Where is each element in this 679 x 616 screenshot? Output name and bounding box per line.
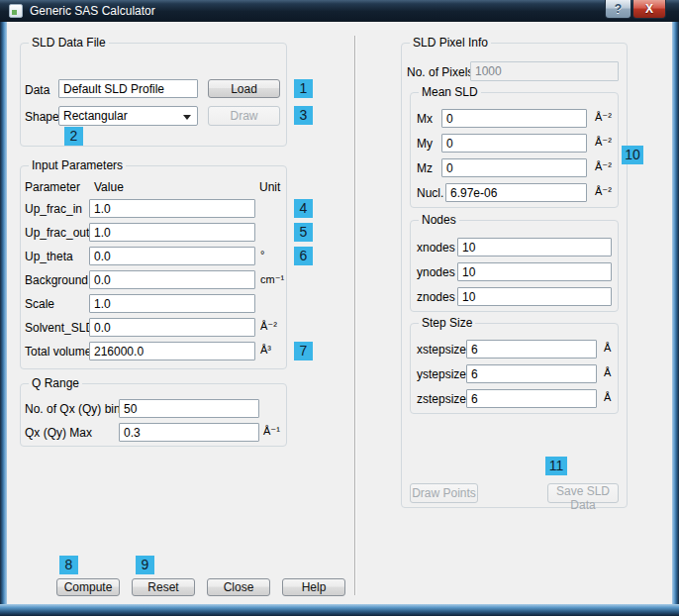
data-file-input[interactable]: [58, 79, 198, 98]
q-bins-label: No. of Qx (Qy) bins: [25, 402, 127, 416]
my-label: My: [417, 137, 433, 151]
som-badge-6: 6: [294, 247, 313, 265]
no-of-pixels-label: No. of Pixels: [407, 65, 473, 79]
ynodes-input[interactable]: [457, 262, 612, 281]
q-max-unit: Å⁻¹: [263, 424, 280, 438]
load-button[interactable]: Load: [208, 79, 280, 98]
param-input-scale[interactable]: [89, 294, 255, 313]
group-title-step-size: Step Size: [419, 316, 475, 330]
window-title: Generic SAS Calculator: [30, 4, 155, 18]
xstepsize-input[interactable]: [466, 340, 597, 359]
som-badge-7: 7: [294, 342, 313, 360]
title-bar[interactable]: Generic SAS Calculator ? X: [0, 0, 679, 22]
panel-separator: [354, 36, 356, 595]
my-unit: Å⁻²: [595, 135, 612, 149]
titlebar-close-button[interactable]: X: [632, 0, 666, 19]
reset-button[interactable]: Reset: [132, 578, 195, 596]
som-badge-10: 10: [622, 146, 643, 164]
param-label-background: Background: [25, 273, 88, 287]
group-title-nodes: Nodes: [419, 213, 459, 227]
shape-select[interactable]: Rectangular: [58, 106, 198, 126]
shape-selected-value: Rectangular: [63, 109, 128, 123]
som-badge-8: 8: [59, 556, 78, 574]
param-input-solvent-sld[interactable]: [89, 318, 255, 337]
group-input-parameters: Input Parameters: [20, 165, 287, 369]
param-label-up-frac-out: Up_frac_out: [25, 226, 89, 240]
param-label-total-volume: Total volume: [25, 345, 91, 359]
save-sld-data-button[interactable]: Save SLD Data: [547, 483, 619, 503]
param-label-up-theta: Up_theta: [25, 250, 73, 263]
column-header-parameter: Parameter: [25, 180, 80, 194]
nucl-input[interactable]: [445, 183, 587, 202]
param-input-total-volume[interactable]: [89, 342, 255, 360]
window-border-left: [0, 22, 7, 604]
som-badge-2: 2: [64, 127, 83, 146]
mx-input[interactable]: [441, 109, 587, 128]
xnodes-input[interactable]: [457, 238, 612, 257]
som-badge-1: 1: [294, 79, 313, 98]
titlebar-help-button[interactable]: ?: [605, 0, 631, 19]
xstepsize-unit: Å: [604, 341, 611, 355]
group-title-mean-sld: Mean SLD: [419, 85, 481, 99]
group-title-input-parameters: Input Parameters: [29, 158, 126, 172]
som-badge-4: 4: [294, 199, 313, 218]
som-badge-5: 5: [294, 223, 313, 242]
param-label-solvent-sld: Solvent_SLD: [25, 321, 94, 335]
param-unit-up-theta: °: [260, 248, 264, 261]
column-header-unit: Unit: [259, 180, 280, 194]
param-unit-total-volume: Å³: [260, 343, 271, 357]
zstepsize-unit: Å: [604, 390, 611, 404]
mx-label: Mx: [417, 112, 433, 126]
param-input-up-theta[interactable]: [89, 247, 255, 265]
ynodes-label: ynodes: [417, 265, 455, 279]
group-title-sld-data-file: SLD Data File: [29, 36, 109, 50]
group-title-sld-pixel-info: SLD Pixel Info: [410, 36, 491, 50]
ystepsize-input[interactable]: [466, 364, 597, 383]
compute-button[interactable]: Compute: [56, 578, 120, 596]
mz-input[interactable]: [441, 158, 587, 177]
draw-points-button[interactable]: Draw Points: [410, 483, 478, 503]
param-unit-solvent-sld: Å⁻²: [260, 319, 277, 333]
param-input-background[interactable]: [89, 270, 255, 289]
q-max-label: Qx (Qy) Max: [25, 426, 92, 440]
som-badge-9: 9: [136, 556, 154, 574]
nucl-unit: Å⁻²: [595, 184, 612, 198]
my-input[interactable]: [441, 134, 587, 153]
ystepsize-label: ystepsize: [417, 367, 466, 381]
znodes-label: znodes: [417, 290, 455, 304]
param-label-scale: Scale: [25, 297, 54, 311]
som-badge-11: 11: [545, 457, 567, 475]
nucl-label: Nucl.: [417, 186, 443, 200]
draw-button[interactable]: Draw: [208, 106, 280, 126]
xnodes-label: xnodes: [417, 241, 455, 255]
close-button[interactable]: Close: [207, 578, 270, 596]
group-title-q-range: Q Range: [29, 376, 82, 390]
ystepsize-unit: Å: [604, 365, 611, 379]
app-icon: [9, 4, 23, 18]
window-border-bottom: [0, 604, 679, 616]
no-of-pixels-input: [470, 61, 619, 81]
data-label: Data: [25, 83, 49, 97]
window-border-right: [672, 22, 679, 604]
q-bins-input[interactable]: [119, 399, 259, 418]
param-unit-background: cm⁻¹: [260, 272, 284, 286]
chevron-down-icon: [183, 115, 191, 120]
znodes-input[interactable]: [457, 287, 612, 306]
som-badge-3: 3: [294, 106, 313, 125]
mz-unit: Å⁻²: [595, 159, 612, 173]
mz-label: Mz: [417, 161, 433, 175]
xstepsize-label: xstepsize: [417, 343, 466, 357]
shape-label: Shape: [25, 110, 59, 124]
param-label-up-frac-in: Up_frac_in: [25, 202, 82, 216]
zstepsize-input[interactable]: [466, 389, 597, 408]
mx-unit: Å⁻²: [595, 110, 612, 124]
param-input-up-frac-out[interactable]: [89, 223, 255, 242]
q-max-input[interactable]: [119, 423, 259, 442]
dialog-window: Generic SAS Calculator ? X SLD Data File…: [0, 0, 679, 616]
column-header-value: Value: [94, 180, 124, 194]
param-input-up-frac-in[interactable]: [89, 199, 255, 218]
zstepsize-label: zstepsize: [417, 392, 466, 406]
help-button[interactable]: Help: [282, 578, 345, 596]
